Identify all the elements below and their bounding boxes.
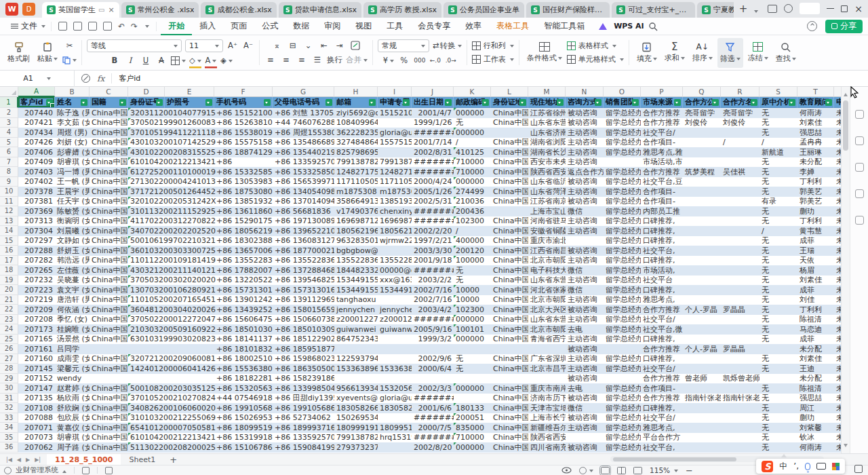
cell-I32[interactable]: 183058266 — [378, 403, 412, 413]
cell-D28[interactable]: 142401200006041426 — [128, 364, 165, 374]
cell-E26[interactable] — [165, 344, 214, 354]
cell-F16[interactable]: +86 13657006 — [214, 246, 273, 256]
cell-H32[interactable]: 183058266 — [334, 403, 378, 413]
cell-P9[interactable]: 社交平台,豆 — [641, 177, 683, 187]
cell-P19[interactable]: 社交平台 — [641, 276, 683, 286]
cell-L26[interactable] — [491, 344, 528, 354]
ime-punctuation-toggle[interactable]: ’, — [793, 461, 799, 471]
cell-J33[interactable]: ######### — [412, 413, 454, 423]
cell-R35[interactable] — [721, 433, 760, 443]
cell-T9[interactable]: 丁利利 — [797, 177, 834, 187]
column-header-N[interactable]: N — [566, 87, 604, 97]
wps-logo-icon[interactable]: W — [5, 3, 18, 16]
cell-R34[interactable] — [721, 423, 760, 433]
cell-B35[interactable]: 胡睿琪 (女 — [55, 433, 90, 443]
cell-S8[interactable]: 无 — [760, 167, 797, 177]
cell-H11[interactable]: 358664913 — [334, 197, 378, 207]
cell-C17[interactable]: China中国 — [90, 256, 128, 266]
cell-L19[interactable]: China中国 — [491, 276, 528, 286]
sidebar-tool-icon[interactable] — [855, 136, 864, 145]
cell-J17[interactable]: 2001/9/18 — [412, 256, 454, 266]
header-cell-U1[interactable]: 申请顾问 — [834, 97, 841, 108]
cell-M33[interactable]: 上海市长宁 — [528, 413, 566, 423]
cell-K36[interactable]: 000000 — [454, 442, 491, 453]
row-header-13[interactable]: 13 — [0, 216, 18, 227]
cell-T11[interactable]: 郭美艺 — [797, 197, 834, 207]
cell-T23[interactable]: 陈祖清 — [797, 315, 834, 325]
cell-O26[interactable] — [604, 344, 641, 354]
cell-I29[interactable] — [378, 374, 412, 384]
menu-审阅[interactable]: 审阅 — [317, 18, 348, 35]
cell-Q9[interactable] — [683, 177, 721, 187]
cell-L9[interactable]: China中国 — [491, 177, 528, 187]
cell-G7[interactable]: +86 1335925706 — [273, 157, 334, 168]
cell-F21[interactable]: +86 13901242 — [214, 295, 273, 305]
filter-dropdown-icon[interactable] — [81, 99, 87, 106]
cell-M2[interactable]: 江苏省徐州 — [528, 108, 566, 118]
cell-E29[interactable] — [165, 374, 214, 384]
cell-G4[interactable]: +86 周煜155380 — [273, 128, 334, 138]
cell-J8[interactable]: ######### — [412, 167, 454, 177]
header-cell-G1[interactable]: 父母电话号码 — [273, 97, 334, 108]
filter-dropdown-icon[interactable] — [119, 99, 126, 106]
cell-R16[interactable] — [721, 246, 760, 256]
filter-dropdown-icon[interactable] — [557, 99, 564, 106]
cell-P36[interactable]: 社交平台, — [641, 442, 683, 453]
column-header-J[interactable]: J — [412, 87, 454, 97]
cell-T28[interactable]: 王迪 — [797, 364, 834, 374]
cell-G32[interactable]: +86 1991056861 — [273, 403, 334, 413]
cell-Q8[interactable]: 筑梦美程 — [683, 167, 721, 177]
cell-Q31[interactable]: 指南针张老 — [683, 394, 721, 404]
cell-L11[interactable]: China中国 — [491, 197, 528, 207]
cell-F12[interactable]: +86 13611860 — [214, 206, 273, 216]
cell-U8[interactable]: 未分配 — [834, 167, 841, 177]
cell-R23[interactable] — [721, 315, 760, 325]
cell-F4[interactable]: +86 15538019 — [214, 128, 273, 138]
cell-P33[interactable]: 社交平台/ — [641, 413, 683, 423]
cell-S26[interactable] — [760, 344, 797, 354]
column-header-A[interactable]: A — [18, 87, 55, 97]
cell-C5[interactable]: China中国 — [90, 138, 128, 148]
cell-J6[interactable]: 2002/8/31 — [412, 147, 454, 157]
cell-I28[interactable]: 153363896 — [378, 364, 412, 374]
cell-S25[interactable]: 无 — [760, 335, 797, 345]
cell-J30[interactable]: 2002/3/3 — [412, 383, 454, 394]
cell-D9[interactable]: 271302200004241013 — [128, 177, 165, 187]
cell-I12[interactable]: chenxinyur — [378, 206, 412, 216]
cell-C21[interactable]: China中国 — [90, 295, 128, 305]
cell-T26[interactable]: 未分配 — [797, 344, 834, 354]
cell-N3[interactable]: 被动咨询 — [566, 118, 604, 128]
header-cell-S1[interactable]: 原中介机 — [760, 97, 797, 108]
cell-N27[interactable]: 主动咨询 — [566, 354, 604, 364]
cell-L20[interactable]: China中国 — [491, 285, 528, 295]
cell-O22[interactable]: 留学总经办 — [604, 305, 641, 315]
cell-F27[interactable]: +86 18002510 — [214, 354, 273, 364]
cell-K9[interactable]: 000000 — [454, 177, 491, 187]
cell-Q2[interactable]: 亮哥留学 — [683, 108, 721, 118]
cell-H14[interactable]: 180562196 — [334, 226, 378, 236]
cell-D17[interactable]: 110112200109181419 — [128, 256, 165, 266]
clipboard-status-icon[interactable] — [82, 467, 90, 474]
cell-G23[interactable]: +86 1506607386 — [273, 315, 334, 325]
save-icon[interactable] — [58, 22, 67, 31]
column-header-L[interactable]: L — [491, 87, 528, 97]
cell-T5[interactable]: 孟冉冉 — [797, 138, 834, 148]
cell-U19[interactable]: 未分配 — [834, 276, 841, 286]
cell-H27[interactable]: 122593794XXX@163. — [334, 354, 378, 364]
cell-B8[interactable]: 冯一博 (男 — [55, 167, 90, 177]
cell-G5[interactable]: +86 1354866895 — [273, 138, 334, 148]
column-header-P[interactable]: P — [641, 87, 683, 97]
cell-A31[interactable]: 207135 — [18, 394, 55, 404]
cell-O16[interactable]: 留学总经办 — [604, 246, 641, 256]
cell-A15[interactable]: 207297 — [18, 236, 55, 246]
cell-M36[interactable]: 四川省南充 — [528, 442, 566, 453]
cell-K8[interactable]: 710000 — [454, 167, 491, 177]
cell-K13[interactable]: 102300 — [454, 216, 491, 227]
cell-N12[interactable]: 微信 — [566, 206, 604, 216]
file-tab[interactable]: S宁夏教师样本.xlsx — [697, 2, 734, 18]
row-header-23[interactable]: 23 — [0, 315, 18, 325]
header-cell-A1[interactable]: 客户id — [18, 97, 55, 108]
cell-N19[interactable]: 主动咨询 — [566, 276, 604, 286]
cell-R14[interactable] — [721, 226, 760, 236]
cell-I35[interactable]: hrq153199 — [378, 433, 412, 443]
